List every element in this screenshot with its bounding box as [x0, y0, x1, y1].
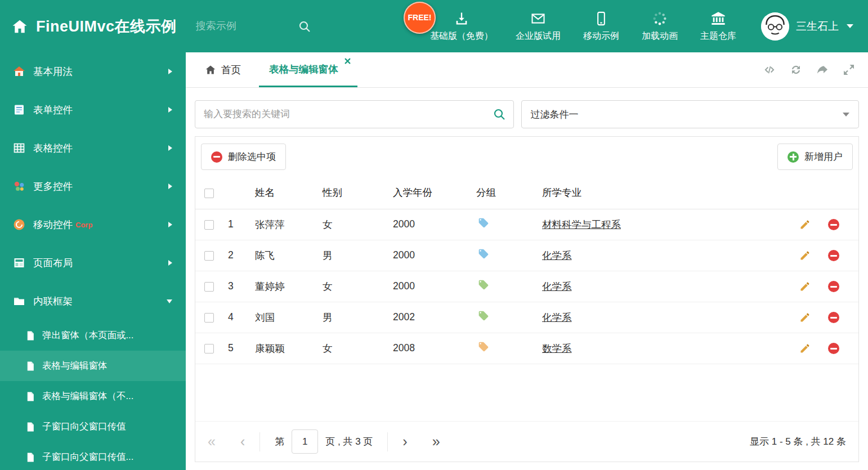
row-checkbox[interactable]	[204, 313, 214, 323]
delete-row-icon[interactable]	[828, 312, 839, 323]
page-icon	[25, 330, 35, 341]
row-year: 2008	[393, 333, 476, 364]
sidebar-item-inline-frame[interactable]: 内联框架	[0, 282, 186, 320]
home-icon	[11, 18, 28, 35]
edit-icon[interactable]	[799, 343, 811, 354]
edit-icon[interactable]	[799, 219, 811, 230]
sidebar-item-more-controls[interactable]: 更多控件	[0, 167, 186, 205]
nav-item-basic-free[interactable]: FREE! 基础版（免费）	[419, 11, 504, 42]
delete-row-icon[interactable]	[828, 219, 839, 230]
page-icon	[25, 361, 35, 371]
user-menu[interactable]: 三生石上	[761, 12, 868, 41]
major-link[interactable]: 数学系	[542, 343, 572, 354]
sidebar-subitem-child-to-parent-2[interactable]: 子窗口向父窗口传值...	[0, 442, 186, 470]
table-row[interactable]: 2 陈飞 男 2000 化学系	[195, 240, 858, 271]
column-header-gender[interactable]: 性别	[323, 177, 393, 209]
row-gender: 女	[323, 271, 393, 302]
sidebar-subitem-grid-edit-window-2[interactable]: 表格与编辑窗体（不...	[0, 381, 186, 411]
row-checkbox[interactable]	[204, 220, 214, 230]
table-row[interactable]: 3 董婷婷 女 2000 化学系	[195, 271, 858, 302]
first-page-button[interactable]: «	[208, 435, 216, 449]
index-column-header	[228, 177, 255, 209]
column-header-group[interactable]: 分组	[476, 177, 542, 209]
last-page-button[interactable]: »	[432, 435, 440, 449]
select-all-checkbox[interactable]	[204, 189, 214, 198]
tag-icon	[476, 341, 489, 352]
sidebar-subitem-popup-window[interactable]: 弹出窗体（本页面或...	[0, 320, 186, 351]
header-nav: FREE! 基础版（免费） 企业版试用 移动示例	[419, 11, 748, 42]
tab-grid-edit-window[interactable]: 表格与编辑窗体	[259, 52, 357, 87]
app-window: FineUIMvc在线示例 FREE! 基础版（免费） 企业版试用	[0, 0, 868, 470]
brand[interactable]: FineUIMvc在线示例	[0, 16, 177, 37]
sidebar-item-page-layout[interactable]: 页面布局	[0, 244, 186, 282]
header-search-input[interactable]	[196, 20, 293, 32]
sidebar-subitem-child-to-parent[interactable]: 子窗口向父窗口传值	[0, 411, 186, 442]
prev-page-button[interactable]: ‹	[240, 435, 245, 449]
major-link[interactable]: 化学系	[542, 250, 572, 261]
row-year: 2002	[393, 302, 476, 333]
nav-item-theme-repo[interactable]: 主题仓库	[689, 11, 748, 42]
row-checkbox[interactable]	[204, 282, 214, 292]
layout-icon	[12, 256, 26, 270]
pagination-bar: « ‹ 第 页 , 共 3 页 › » 显示 1 - 5 条 , 共 12 条	[195, 421, 858, 462]
table-header-row: 姓名 性别 入学年份 分组 所学专业	[195, 177, 858, 209]
column-header-year[interactable]: 入学年份	[393, 177, 476, 209]
sidebar-item-grid-controls[interactable]: 表格控件	[0, 129, 186, 167]
nav-item-enterprise-trial[interactable]: 企业版试用	[504, 11, 572, 42]
grid-toolbar: 删除选中项 新增用户	[195, 137, 858, 177]
fullscreen-icon[interactable]	[842, 63, 856, 77]
mobile-badge-icon	[12, 218, 26, 231]
edit-icon[interactable]	[799, 281, 811, 292]
next-page-button[interactable]: ›	[402, 435, 407, 449]
table-row[interactable]: 5 康颖颖 女 2008 数学系	[195, 333, 858, 364]
major-link[interactable]: 材料科学与工程系	[542, 219, 621, 230]
sidebar-item-label: 更多控件	[33, 180, 73, 193]
sidebar-item-form-controls[interactable]: 表单控件	[0, 91, 186, 129]
table-row[interactable]: 1 张萍萍 女 2000 材料科学与工程系	[195, 209, 858, 240]
delete-row-icon[interactable]	[828, 343, 839, 354]
edit-icon[interactable]	[799, 250, 811, 261]
sidebar-item-label: 移动控件	[33, 218, 73, 231]
row-name: 董婷婷	[255, 271, 323, 302]
plus-circle-icon	[788, 151, 799, 163]
add-user-button[interactable]: 新增用户	[777, 144, 853, 170]
refresh-icon[interactable]	[789, 63, 803, 77]
header-search	[196, 20, 311, 33]
major-link[interactable]: 化学系	[542, 281, 572, 292]
row-index: 4	[228, 302, 255, 333]
delete-row-icon[interactable]	[828, 281, 839, 292]
row-index: 3	[228, 271, 255, 302]
row-checkbox[interactable]	[204, 251, 214, 261]
edit-icon[interactable]	[799, 312, 811, 323]
row-gender: 男	[323, 240, 393, 271]
home-icon	[205, 64, 216, 75]
tag-icon	[476, 248, 489, 259]
nav-item-mobile-demo[interactable]: 移动示例	[572, 11, 630, 42]
open-in-new-icon[interactable]	[816, 63, 829, 77]
house-icon	[12, 65, 26, 78]
sidebar-item-mobile-controls[interactable]: 移动控件 Corp	[0, 205, 186, 244]
add-user-label: 新增用户	[804, 150, 843, 163]
tab-home[interactable]: 首页	[195, 52, 251, 87]
row-checkbox[interactable]	[204, 344, 214, 353]
source-code-icon[interactable]	[763, 63, 776, 77]
filter-dropdown[interactable]: 过滤条件一	[521, 100, 860, 128]
table-row[interactable]: 4 刘国 男 2002 化学系	[195, 302, 858, 333]
major-link[interactable]: 化学系	[542, 312, 572, 323]
search-icon[interactable]	[298, 20, 311, 33]
page-label-suffix: 页 , 共 3 页	[325, 435, 373, 448]
close-icon[interactable]	[344, 58, 351, 64]
delete-row-icon[interactable]	[828, 250, 839, 261]
sidebar-item-basic-usage[interactable]: 基本用法	[0, 52, 186, 91]
row-index: 5	[228, 333, 255, 364]
delete-selected-button[interactable]: 删除选中项	[201, 144, 286, 170]
sidebar-subitem-grid-edit-window[interactable]: 表格与编辑窗体	[0, 351, 186, 381]
page-number-input[interactable]	[292, 429, 318, 454]
keyword-search-input[interactable]	[195, 100, 514, 128]
tag-icon	[476, 217, 489, 229]
row-name: 陈飞	[255, 240, 323, 271]
nav-item-loading-animation[interactable]: 加载动画	[630, 11, 689, 42]
column-header-name[interactable]: 姓名	[255, 177, 323, 209]
search-icon[interactable]	[493, 108, 506, 121]
column-header-major[interactable]: 所学专业	[542, 177, 785, 209]
